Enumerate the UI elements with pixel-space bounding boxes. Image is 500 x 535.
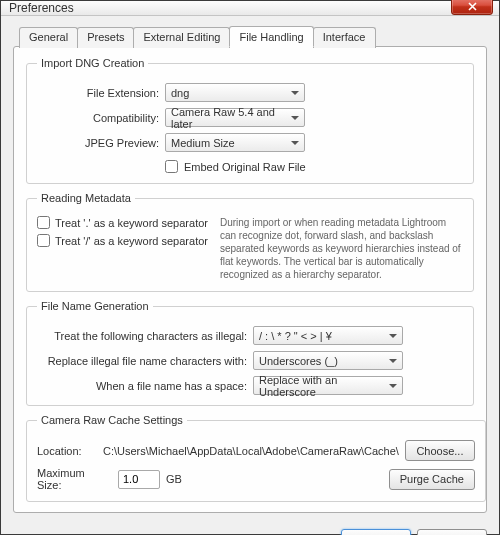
space-handling-select[interactable]: Replace with an Underscore — [253, 376, 403, 395]
reading-metadata-legend: Reading Metadata — [37, 192, 135, 204]
tab-presets[interactable]: Presets — [77, 27, 134, 48]
jpeg-preview-label: JPEG Preview: — [37, 137, 159, 149]
cache-settings-group: Camera Raw Cache Settings Location: C:\U… — [26, 414, 486, 502]
ok-button[interactable]: OK — [341, 529, 411, 535]
file-name-gen-group: File Name Generation Treat the following… — [26, 300, 474, 406]
close-button[interactable] — [451, 0, 493, 15]
replace-with-label: Replace illegal file name characters wit… — [37, 355, 247, 367]
jpeg-preview-value: Medium Size — [171, 137, 235, 149]
embed-raw-checkbox[interactable] — [165, 160, 178, 173]
illegal-chars-select[interactable]: / : \ * ? " < > | ¥ — [253, 326, 403, 345]
compatibility-label: Compatibility: — [37, 112, 159, 124]
illegal-chars-value: / : \ * ? " < > | ¥ — [259, 330, 332, 342]
treat-dot-label: Treat '.' as a keyword separator — [55, 217, 208, 229]
metadata-help-text: During import or when reading metadata L… — [220, 216, 463, 281]
cache-location-label: Location: — [37, 445, 97, 457]
replace-with-value: Underscores (_) — [259, 355, 338, 367]
file-name-gen-legend: File Name Generation — [37, 300, 153, 312]
tab-interface[interactable]: Interface — [313, 27, 376, 48]
cancel-button[interactable]: Cancel — [417, 529, 487, 535]
treat-slash-label: Treat '/' as a keyword separator — [55, 235, 208, 247]
file-extension-value: dng — [171, 87, 189, 99]
treat-dot-checkbox[interactable] — [37, 216, 50, 229]
import-dng-legend: Import DNG Creation — [37, 57, 148, 69]
cache-location-value: C:\Users\Michael\AppData\Local\Adobe\Cam… — [103, 445, 399, 457]
content-area: General Presets External Editing File Ha… — [1, 16, 499, 521]
replace-with-select[interactable]: Underscores (_) — [253, 351, 403, 370]
file-extension-select[interactable]: dng — [165, 83, 305, 102]
cache-settings-legend: Camera Raw Cache Settings — [37, 414, 187, 426]
preferences-window: Preferences General Presets External Edi… — [0, 0, 500, 535]
tab-external-editing[interactable]: External Editing — [133, 27, 230, 48]
compatibility-value: Camera Raw 5.4 and later — [171, 106, 286, 130]
max-size-label: Maximum Size: — [37, 467, 112, 491]
choose-button[interactable]: Choose... — [405, 440, 475, 461]
jpeg-preview-select[interactable]: Medium Size — [165, 133, 305, 152]
tab-panel: Import DNG Creation File Extension: dng … — [13, 46, 487, 513]
compatibility-select[interactable]: Camera Raw 5.4 and later — [165, 108, 305, 127]
space-handling-label: When a file name has a space: — [37, 380, 247, 392]
window-title: Preferences — [9, 1, 451, 15]
max-size-unit: GB — [166, 473, 182, 485]
tab-general[interactable]: General — [19, 27, 78, 48]
file-extension-label: File Extension: — [37, 87, 159, 99]
purge-cache-button[interactable]: Purge Cache — [389, 469, 475, 490]
space-handling-value: Replace with an Underscore — [259, 374, 384, 398]
reading-metadata-group: Reading Metadata Treat '.' as a keyword … — [26, 192, 474, 292]
import-dng-group: Import DNG Creation File Extension: dng … — [26, 57, 474, 184]
tab-strip: General Presets External Editing File Ha… — [19, 26, 487, 47]
treat-slash-checkbox[interactable] — [37, 234, 50, 247]
close-icon — [468, 2, 477, 11]
max-size-input[interactable] — [118, 470, 160, 489]
illegal-chars-label: Treat the following characters as illega… — [37, 330, 247, 342]
titlebar: Preferences — [1, 1, 499, 16]
dialog-footer: OK Cancel — [1, 521, 499, 535]
embed-raw-label: Embed Original Raw File — [184, 161, 306, 173]
tab-file-handling[interactable]: File Handling — [229, 26, 313, 47]
